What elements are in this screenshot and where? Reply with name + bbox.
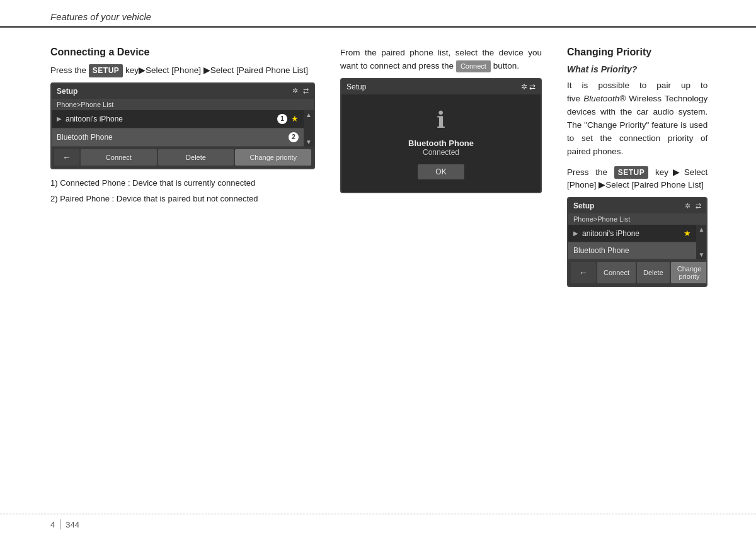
play-icon: ▶ [57,115,62,122]
screen1-titlebar: Setup ✲ ⇄ [52,84,314,99]
right-subhead: What is Priority? [567,64,707,74]
screen1-item1-star: ★ [291,114,299,123]
footer-page-label: 344 [66,520,79,529]
screen2-toolbar: ← Connect Delete Change priority [568,259,706,286]
device-screen-2: Setup ✲ ⇄ Phone>Phone List ▶ anitooni's … [567,197,707,287]
screen2-bluetooth-icon: ✲ [685,202,690,210]
screen2-play-icon: ▶ [573,230,578,237]
right-instruction-text: Press the SETUP key▶Select [Phone] ▶Sele… [567,166,707,193]
header-title: Features of your vehicle [50,11,151,22]
screen2-back-btn[interactable]: ← [571,262,596,283]
screen1-back-btn[interactable]: ← [54,149,79,166]
dialog-message-title: Bluetooth Phone [348,138,534,148]
right-section-title: Changing Priority [567,47,707,58]
screen1-delete-btn[interactable]: Delete [158,149,234,166]
screen2-scroll-down-icon: ▼ [698,251,704,258]
scroll-up-icon: ▲ [306,111,312,118]
screen2-icons: ✲ ⇄ [685,202,701,210]
screen2-item2: Bluetooth Phone [568,242,696,259]
screen1-scrollbar: ▲ ▼ [304,110,314,147]
screen1-title: Setup [57,87,77,96]
right-body-text: It is possible to pair up to five Blueto… [567,79,707,159]
dialog-body: ℹ Bluetooth Phone Connected OK [341,94,541,192]
list-item-1: 1) Connected Phone : Device that is curr… [50,177,315,189]
connect-inline-btn: Connect [456,60,491,72]
info-icon: ℹ [348,107,534,133]
screen2-delete-btn[interactable]: Delete [637,262,670,283]
screen1-item2: Bluetooth Phone 2 [52,128,304,147]
screen2-scrollbar: ▲ ▼ [696,225,706,259]
screen2-connect-btn[interactable]: Connect [597,262,636,283]
page-footer: 4 344 [0,514,756,529]
screen2-item1: ▶ anitooni's iPhone ★ [568,225,696,242]
screen1-list: ▶ anitooni's iPhone 1 ★ Bluetooth Phone … [52,110,304,147]
left-section-title: Connecting a Device [50,47,315,58]
screen2-list: ▶ anitooni's iPhone ★ Bluetooth Phone [568,225,696,259]
screen2-breadcrumb: Phone>Phone List [568,213,706,225]
screen1-toolbar: ← Connect Delete Change priority [52,147,314,168]
screen2-item2-name: Bluetooth Phone [573,246,691,255]
footer-divider [60,519,60,529]
device-screen-1: Setup ✲ ⇄ Phone>Phone List ▶ anitooni's … [50,82,315,169]
screen2-change-priority-btn[interactable]: Change priority [671,262,708,283]
mid-column: From the paired phone list, select the d… [340,47,542,295]
screen1-item2-badge: 2 [289,132,299,142]
screen1-icons: ✲ ⇄ [292,87,309,95]
screen2-phone-icon: ⇄ [696,202,701,210]
screen1-breadcrumb: Phone>Phone List [52,99,314,110]
dialog-titlebar: Setup ✲ ⇄ [341,79,541,94]
dialog-title: Setup [346,82,366,91]
left-instruction-text: Press the SETUP key▶Select [Phone] ▶Sele… [50,64,315,77]
dialog-message-sub: Connected [348,148,534,157]
scroll-down-icon: ▼ [306,138,312,145]
right-setup-btn-label: SETUP [614,166,649,179]
right-column: Changing Priority What is Priority? It i… [567,47,707,295]
screen2-title: Setup [573,201,594,210]
left-column: Connecting a Device Press the SETUP key▶… [50,47,315,295]
screen1-item1-badge: 1 [277,114,287,124]
screen1-item2-name: Bluetooth Phone [57,133,285,142]
screen2-item1-name: anitooni's iPhone [582,229,680,238]
screen2-scroll-up-icon: ▲ [698,226,704,233]
dialog-phone-icon: ⇄ [529,82,536,91]
footer-page-num: 4 [50,520,55,529]
dialog-ok-btn[interactable]: OK [418,164,464,179]
mid-instruction-text: From the paired phone list, select the d… [340,47,542,73]
screen1-change-priority-btn[interactable]: Change priority [235,149,311,166]
dialog-icons: ✲ ⇄ [521,82,536,91]
numbered-list: 1) Connected Phone : Device that is curr… [50,177,315,205]
bluetooth-icon: ✲ [292,87,298,95]
screen2-item1-star: ★ [684,229,691,238]
setup-button-label: SETUP [89,64,123,77]
connected-dialog: Setup ✲ ⇄ ℹ Bluetooth Phone Connected OK [340,78,542,193]
content-area: Connecting a Device Press the SETUP key▶… [0,34,756,307]
screen1-item1-name: anitooni's iPhone [66,115,273,123]
list-item-2: 2) Paired Phone : Device that is paired … [50,193,315,205]
screen2-titlebar: Setup ✲ ⇄ [568,198,706,213]
page-header: Features of your vehicle [0,0,756,28]
dialog-bluetooth-icon: ✲ [521,82,527,91]
screen2-list-wrapper: ▶ anitooni's iPhone ★ Bluetooth Phone ▲ … [568,225,706,259]
screen1-item1: ▶ anitooni's iPhone 1 ★ [52,110,304,128]
screen1-list-wrapper: ▶ anitooni's iPhone 1 ★ Bluetooth Phone … [52,110,314,147]
screen1-connect-btn[interactable]: Connect [81,149,157,166]
phone-icon: ⇄ [303,87,309,95]
